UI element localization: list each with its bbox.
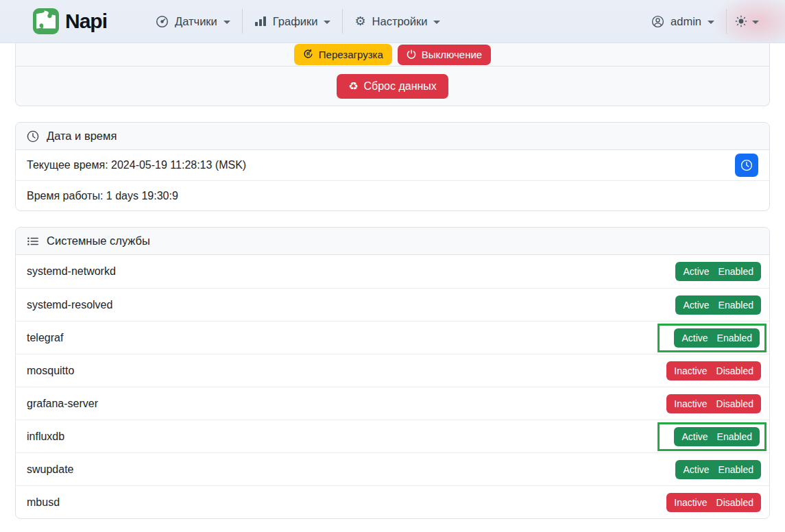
service-status-badge: Active Enabled xyxy=(675,262,761,281)
service-row: telegraf Active Enabled xyxy=(16,321,769,354)
shutdown-label: Выключение xyxy=(422,49,482,60)
clock-icon xyxy=(27,130,39,143)
nav-item-sensors[interactable]: Датчики xyxy=(144,10,242,34)
service-status-wrap: Active Enabled xyxy=(657,324,766,352)
service-status-wrap: Active Enabled xyxy=(657,422,766,451)
theme-toggle[interactable] xyxy=(727,10,767,33)
brand-logo-icon xyxy=(33,8,59,34)
service-name: systemd-resolved xyxy=(27,299,112,311)
reboot-button[interactable]: R Перезагрузка xyxy=(294,44,392,65)
service-status-wrap: Active Enabled xyxy=(675,295,761,315)
services-list: systemd-networkd Active Enabled systemd-… xyxy=(16,255,769,518)
user-menu[interactable]: admin xyxy=(640,10,726,34)
list-icon xyxy=(27,235,39,247)
service-status-wrap: Active Enabled xyxy=(675,262,761,281)
nav-item-settings[interactable]: ⚙ Настройки xyxy=(343,10,452,34)
current-time-row: Текущее время: 2024-05-19 11:28:13 (MSK) xyxy=(16,150,769,180)
service-status-wrap: Inactive Disabled xyxy=(666,493,761,512)
service-enabled-state: Enabled xyxy=(718,300,753,310)
service-status-badge: Inactive Disabled xyxy=(666,394,761,413)
service-name: telegraf xyxy=(27,332,63,344)
uptime-text: Время работы: 1 days 19:30:9 xyxy=(27,190,178,202)
reset-label: Сброс данных xyxy=(363,81,436,92)
service-status-wrap: Inactive Disabled xyxy=(666,361,761,380)
service-active-state: Active xyxy=(683,465,709,474)
nav-item-charts[interactable]: Графики xyxy=(243,10,343,34)
service-row: mbusd Inactive Disabled xyxy=(16,485,769,518)
chevron-down-icon xyxy=(752,21,759,24)
services-card-title: Системные службы xyxy=(47,234,150,247)
uptime-row: Время работы: 1 days 19:30:9 xyxy=(16,180,769,210)
services-card-header: Системные службы xyxy=(16,228,769,255)
gear-icon: ⚙ xyxy=(354,15,365,27)
reboot-label: Перезагрузка xyxy=(319,49,383,60)
nav-item-label: Графики xyxy=(273,15,318,28)
service-row: systemd-resolved Active Enabled xyxy=(16,288,769,321)
service-name: influxdb xyxy=(27,431,64,443)
service-enabled-state: Enabled xyxy=(718,267,753,276)
nav-item-label: Настройки xyxy=(372,15,428,28)
power-card-row: R Перезагрузка Выключение xyxy=(16,43,769,66)
service-active-state: Inactive xyxy=(674,498,707,507)
sync-time-button[interactable] xyxy=(735,154,758,177)
service-status-badge: Active Enabled xyxy=(675,460,761,479)
service-status-badge: Inactive Disabled xyxy=(666,493,761,512)
power-card: R Перезагрузка Выключение ♻ Сброс данных xyxy=(15,43,770,106)
service-row: mosquitto Inactive Disabled xyxy=(16,354,769,387)
svg-text:R: R xyxy=(306,51,310,56)
service-name: swupdate xyxy=(27,463,74,476)
service-name: grafana-server xyxy=(27,398,98,410)
service-row: systemd-networkd Active Enabled xyxy=(16,255,769,288)
service-active-state: Active xyxy=(681,432,708,442)
chevron-down-icon xyxy=(708,21,714,24)
recycle-icon: ♻ xyxy=(348,81,358,92)
service-active-state: Inactive xyxy=(674,399,707,409)
shutdown-button[interactable]: Выключение xyxy=(398,45,491,65)
service-name: systemd-networkd xyxy=(27,265,116,278)
datetime-card-header: Дата и время xyxy=(16,123,769,150)
chevron-down-icon xyxy=(433,21,440,24)
navbar: Napi Датчики Графики xyxy=(0,0,785,43)
datetime-card-title: Дата и время xyxy=(47,130,117,143)
nav-menu: Датчики Графики ⚙ Настройки xyxy=(144,9,452,34)
service-name: mbusd xyxy=(27,496,60,509)
main-content: R Перезагрузка Выключение ♻ Сброс данных xyxy=(0,43,785,519)
service-status-badge: Active Enabled xyxy=(674,328,760,348)
reset-data-button[interactable]: ♻ Сброс данных xyxy=(337,74,448,99)
service-enabled-state: Disabled xyxy=(716,366,753,376)
services-card: Системные службы systemd-networkd Active… xyxy=(15,227,770,519)
user-label: admin xyxy=(671,15,701,28)
service-status-badge: Active Enabled xyxy=(674,427,760,446)
bar-chart-icon xyxy=(254,15,267,27)
person-icon xyxy=(651,15,664,28)
service-status-badge: Active Enabled xyxy=(675,295,761,315)
datetime-card: Дата и время Текущее время: 2024-05-19 1… xyxy=(15,122,770,211)
current-time-text: Текущее время: 2024-05-19 11:28:13 (MSK) xyxy=(27,159,246,171)
service-status-badge: Inactive Disabled xyxy=(666,361,761,380)
clock-icon xyxy=(740,159,753,171)
reboot-icon: R xyxy=(303,49,313,60)
service-row: grafana-server Inactive Disabled xyxy=(16,387,769,420)
service-active-state: Active xyxy=(683,300,709,310)
nav-right: admin xyxy=(640,9,767,34)
service-active-state: Inactive xyxy=(674,366,707,376)
chevron-down-icon xyxy=(324,21,330,24)
nav-item-label: Датчики xyxy=(175,15,217,28)
service-status-wrap: Inactive Disabled xyxy=(666,394,761,413)
service-row: influxdb Active Enabled xyxy=(16,420,769,452)
service-active-state: Active xyxy=(683,267,709,276)
service-active-state: Active xyxy=(681,333,708,343)
brand-name: Napi xyxy=(65,10,107,33)
chevron-down-icon xyxy=(224,21,230,24)
service-name: mosquitto xyxy=(27,365,74,377)
service-enabled-state: Enabled xyxy=(718,465,753,474)
brand-logo[interactable]: Napi xyxy=(33,8,107,34)
service-enabled-state: Enabled xyxy=(717,432,752,442)
sun-icon xyxy=(735,15,747,27)
power-card-row: ♻ Сброс данных xyxy=(16,66,769,106)
service-enabled-state: Enabled xyxy=(717,333,752,343)
gauge-icon xyxy=(156,15,169,28)
service-status-wrap: Active Enabled xyxy=(675,460,761,479)
power-icon xyxy=(407,49,416,60)
service-row: swupdate Active Enabled xyxy=(16,452,769,485)
